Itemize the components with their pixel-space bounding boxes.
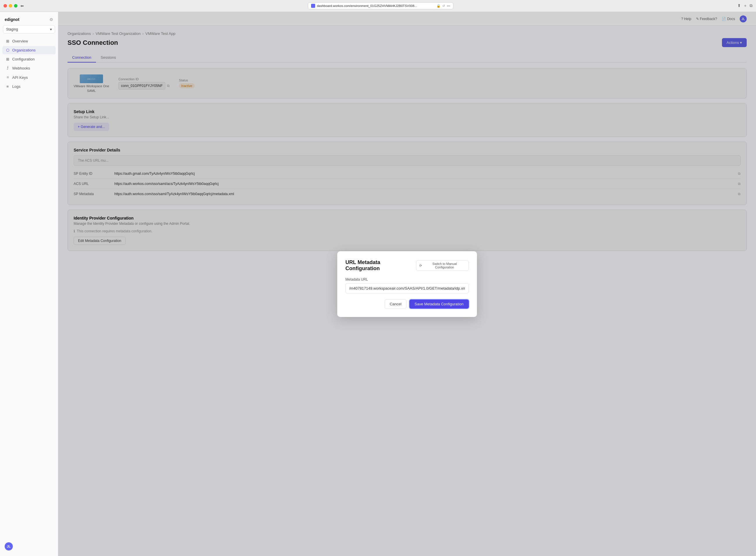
reload-icon[interactable]: ↺ [442, 4, 445, 8]
metadata-url-field: Metadata URL [346, 277, 469, 293]
new-tab-icon[interactable]: ＋ [743, 3, 747, 8]
webhooks-icon: ⤴ [5, 66, 10, 70]
traffic-lights [3, 4, 18, 7]
sidebar-item-overview[interactable]: ⊞ Overview [2, 37, 56, 45]
gear-icon[interactable]: ⚙ [50, 17, 53, 22]
sidebar-item-api-keys[interactable]: ⌗ API Keys [2, 73, 56, 82]
sidebar-item-label: Configuration [12, 57, 35, 61]
sidebar-nav: ⊞ Overview ⬡ Organizations ⊞ Configurati… [0, 37, 58, 91]
sidebar-bottom: JL [0, 540, 58, 553]
metadata-url-input[interactable] [346, 283, 469, 293]
address-bar[interactable]: dashboard.workos.com/environment_01G25ZH… [308, 2, 453, 9]
environment-label: Staging [6, 27, 18, 31]
more-icon[interactable]: ••• [447, 4, 450, 7]
sidebar-item-label: Organizations [12, 48, 35, 53]
main-content: ? Help ✎ Feedback? 📄 Docs JL Organizatio… [58, 12, 756, 556]
browser-chrome: ⬅ dashboard.workos.com/environment_01G25… [0, 0, 756, 12]
save-metadata-button[interactable]: Save Metadata Configuration [409, 300, 469, 309]
back-button[interactable]: ⬅ [20, 3, 24, 8]
organizations-icon: ⬡ [5, 48, 10, 53]
sidebar: edignot ⚙ Staging ▾ ⊞ Overview ⬡ Organiz… [0, 12, 58, 556]
modal-title: URL Metadata Configuration [346, 259, 413, 272]
configuration-icon: ⊞ [5, 57, 10, 61]
environment-selector[interactable]: Staging ▾ [3, 25, 55, 33]
sidebar-item-label: Logs [12, 84, 20, 89]
sidebar-item-organizations[interactable]: ⬡ Organizations [2, 46, 56, 55]
switch-manual-label: Switch to Manual Configuration [423, 262, 466, 269]
tabs-icon[interactable]: ⧉ [750, 3, 753, 8]
url-metadata-modal: URL Metadata Configuration ⟳ Switch to M… [337, 251, 477, 317]
avatar[interactable]: JL [5, 542, 13, 551]
modal-overlay: URL Metadata Configuration ⟳ Switch to M… [58, 12, 756, 556]
sidebar-item-logs[interactable]: ≡ Logs [2, 82, 56, 91]
switch-icon: ⟳ [419, 264, 422, 268]
sidebar-item-label: Webhooks [12, 66, 30, 70]
sidebar-header: edignot ⚙ [0, 15, 58, 25]
minimize-button[interactable] [9, 4, 12, 7]
sidebar-item-configuration[interactable]: ⊞ Configuration [2, 55, 56, 63]
modal-actions: Cancel Save Metadata Configuration [346, 299, 469, 309]
site-icon [311, 4, 315, 8]
brand-name: edignot [5, 17, 20, 22]
browser-right-controls: ⬆ ＋ ⧉ [737, 3, 753, 8]
modal-header: URL Metadata Configuration ⟳ Switch to M… [346, 259, 469, 272]
logs-icon: ≡ [5, 84, 10, 89]
lock-icon: 🔒 [436, 4, 440, 8]
sidebar-item-webhooks[interactable]: ⤴ Webhooks [2, 64, 56, 72]
switch-manual-button[interactable]: ⟳ Switch to Manual Configuration [416, 260, 469, 271]
close-button[interactable] [3, 4, 7, 7]
maximize-button[interactable] [14, 4, 18, 7]
share-icon[interactable]: ⬆ [737, 3, 741, 8]
api-keys-icon: ⌗ [5, 75, 10, 80]
url-text: dashboard.workos.com/environment_01G25ZH… [317, 4, 435, 7]
metadata-url-label: Metadata URL [346, 277, 469, 281]
cancel-button[interactable]: Cancel [385, 299, 406, 309]
sidebar-item-label: API Keys [12, 75, 28, 80]
app-layout: edignot ⚙ Staging ▾ ⊞ Overview ⬡ Organiz… [0, 12, 756, 556]
sidebar-item-label: Overview [12, 39, 28, 43]
chevron-down-icon: ▾ [50, 27, 52, 31]
overview-icon: ⊞ [5, 39, 10, 43]
